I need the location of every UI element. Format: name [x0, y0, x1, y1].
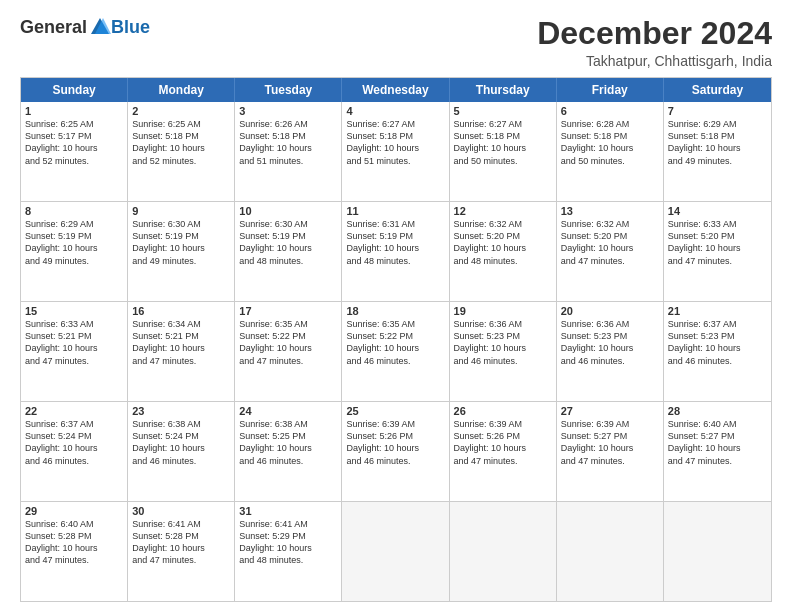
cell-text: Sunset: 5:24 PM	[25, 430, 123, 442]
cell-text: and 52 minutes.	[132, 155, 230, 167]
cell-text: Sunrise: 6:37 AM	[668, 318, 767, 330]
day-number: 18	[346, 305, 444, 317]
cell-text: Daylight: 10 hours	[668, 442, 767, 454]
cell-text: and 47 minutes.	[132, 554, 230, 566]
day-number: 21	[668, 305, 767, 317]
cell-text: Sunrise: 6:39 AM	[346, 418, 444, 430]
cell-text: Sunrise: 6:29 AM	[25, 218, 123, 230]
cell-text: and 47 minutes.	[454, 455, 552, 467]
cell-text: Sunrise: 6:34 AM	[132, 318, 230, 330]
calendar-cell	[450, 502, 557, 601]
cell-text: Daylight: 10 hours	[239, 142, 337, 154]
calendar-cell: 15Sunrise: 6:33 AMSunset: 5:21 PMDayligh…	[21, 302, 128, 401]
calendar-cell: 22Sunrise: 6:37 AMSunset: 5:24 PMDayligh…	[21, 402, 128, 501]
cell-text: Sunset: 5:18 PM	[561, 130, 659, 142]
cell-text: Sunset: 5:19 PM	[132, 230, 230, 242]
cell-text: and 48 minutes.	[239, 554, 337, 566]
cell-text: Daylight: 10 hours	[25, 242, 123, 254]
cell-text: Sunrise: 6:28 AM	[561, 118, 659, 130]
header-day-sunday: Sunday	[21, 78, 128, 102]
calendar-body: 1Sunrise: 6:25 AMSunset: 5:17 PMDaylight…	[21, 102, 771, 601]
cell-text: Sunrise: 6:35 AM	[239, 318, 337, 330]
calendar-row-1: 1Sunrise: 6:25 AMSunset: 5:17 PMDaylight…	[21, 102, 771, 201]
cell-text: Sunset: 5:18 PM	[668, 130, 767, 142]
calendar-cell: 3Sunrise: 6:26 AMSunset: 5:18 PMDaylight…	[235, 102, 342, 201]
cell-text: and 47 minutes.	[561, 455, 659, 467]
cell-text: Sunset: 5:26 PM	[454, 430, 552, 442]
day-number: 24	[239, 405, 337, 417]
cell-text: and 47 minutes.	[668, 455, 767, 467]
day-number: 26	[454, 405, 552, 417]
calendar-cell: 26Sunrise: 6:39 AMSunset: 5:26 PMDayligh…	[450, 402, 557, 501]
calendar-cell: 31Sunrise: 6:41 AMSunset: 5:29 PMDayligh…	[235, 502, 342, 601]
cell-text: Sunrise: 6:37 AM	[25, 418, 123, 430]
day-number: 10	[239, 205, 337, 217]
cell-text: and 47 minutes.	[561, 255, 659, 267]
cell-text: Sunrise: 6:33 AM	[668, 218, 767, 230]
cell-text: and 47 minutes.	[668, 255, 767, 267]
cell-text: Sunset: 5:17 PM	[25, 130, 123, 142]
cell-text: Sunrise: 6:31 AM	[346, 218, 444, 230]
cell-text: and 47 minutes.	[132, 355, 230, 367]
cell-text: and 48 minutes.	[239, 255, 337, 267]
cell-text: Daylight: 10 hours	[346, 242, 444, 254]
cell-text: and 47 minutes.	[239, 355, 337, 367]
cell-text: and 52 minutes.	[25, 155, 123, 167]
cell-text: Sunset: 5:29 PM	[239, 530, 337, 542]
main-title: December 2024	[537, 16, 772, 51]
cell-text: Sunrise: 6:27 AM	[346, 118, 444, 130]
calendar-cell: 2Sunrise: 6:25 AMSunset: 5:18 PMDaylight…	[128, 102, 235, 201]
cell-text: Daylight: 10 hours	[25, 342, 123, 354]
cell-text: Sunset: 5:23 PM	[668, 330, 767, 342]
header-day-wednesday: Wednesday	[342, 78, 449, 102]
logo-general: General	[20, 17, 87, 38]
cell-text: Sunset: 5:20 PM	[561, 230, 659, 242]
cell-text: Sunset: 5:24 PM	[132, 430, 230, 442]
calendar-cell: 12Sunrise: 6:32 AMSunset: 5:20 PMDayligh…	[450, 202, 557, 301]
calendar-row-3: 15Sunrise: 6:33 AMSunset: 5:21 PMDayligh…	[21, 301, 771, 401]
cell-text: Sunrise: 6:39 AM	[561, 418, 659, 430]
calendar-cell: 5Sunrise: 6:27 AMSunset: 5:18 PMDaylight…	[450, 102, 557, 201]
cell-text: Daylight: 10 hours	[132, 342, 230, 354]
calendar-cell: 7Sunrise: 6:29 AMSunset: 5:18 PMDaylight…	[664, 102, 771, 201]
cell-text: and 46 minutes.	[668, 355, 767, 367]
cell-text: Daylight: 10 hours	[132, 442, 230, 454]
cell-text: Sunrise: 6:25 AM	[132, 118, 230, 130]
cell-text: Daylight: 10 hours	[561, 242, 659, 254]
day-number: 19	[454, 305, 552, 317]
cell-text: Sunset: 5:19 PM	[346, 230, 444, 242]
cell-text: Daylight: 10 hours	[668, 242, 767, 254]
day-number: 13	[561, 205, 659, 217]
cell-text: and 47 minutes.	[25, 554, 123, 566]
header-day-saturday: Saturday	[664, 78, 771, 102]
cell-text: Sunset: 5:20 PM	[668, 230, 767, 242]
cell-text: Sunrise: 6:33 AM	[25, 318, 123, 330]
cell-text: Sunrise: 6:30 AM	[239, 218, 337, 230]
cell-text: Daylight: 10 hours	[239, 542, 337, 554]
day-number: 31	[239, 505, 337, 517]
subtitle: Takhatpur, Chhattisgarh, India	[537, 53, 772, 69]
day-number: 4	[346, 105, 444, 117]
cell-text: and 48 minutes.	[346, 255, 444, 267]
day-number: 27	[561, 405, 659, 417]
calendar-row-5: 29Sunrise: 6:40 AMSunset: 5:28 PMDayligh…	[21, 501, 771, 601]
cell-text: Sunset: 5:19 PM	[239, 230, 337, 242]
cell-text: Sunset: 5:26 PM	[346, 430, 444, 442]
cell-text: Daylight: 10 hours	[561, 342, 659, 354]
cell-text: Sunrise: 6:25 AM	[25, 118, 123, 130]
cell-text: Sunrise: 6:35 AM	[346, 318, 444, 330]
header-day-tuesday: Tuesday	[235, 78, 342, 102]
cell-text: and 51 minutes.	[346, 155, 444, 167]
day-number: 9	[132, 205, 230, 217]
cell-text: Sunrise: 6:36 AM	[454, 318, 552, 330]
cell-text: Daylight: 10 hours	[561, 142, 659, 154]
cell-text: and 46 minutes.	[346, 455, 444, 467]
cell-text: Sunrise: 6:29 AM	[668, 118, 767, 130]
cell-text: Daylight: 10 hours	[239, 242, 337, 254]
calendar-cell: 25Sunrise: 6:39 AMSunset: 5:26 PMDayligh…	[342, 402, 449, 501]
cell-text: Sunset: 5:21 PM	[25, 330, 123, 342]
cell-text: Daylight: 10 hours	[132, 242, 230, 254]
cell-text: Daylight: 10 hours	[25, 142, 123, 154]
title-block: December 2024 Takhatpur, Chhattisgarh, I…	[537, 16, 772, 69]
cell-text: Sunrise: 6:26 AM	[239, 118, 337, 130]
